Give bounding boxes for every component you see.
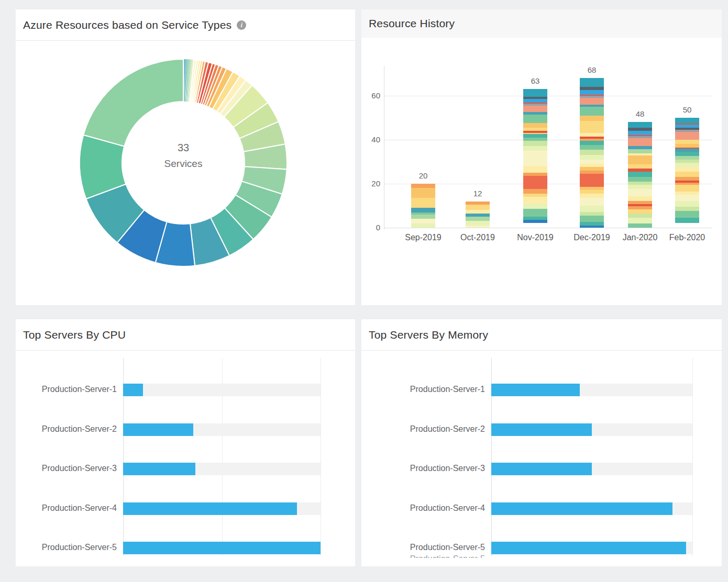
stack-segment[interactable]: [523, 123, 547, 127]
stack-segment[interactable]: [580, 198, 604, 206]
bar-Production-Server-5[interactable]: [123, 542, 321, 554]
bar-Production-Server-4[interactable]: [123, 502, 297, 515]
stack-segment[interactable]: [466, 221, 490, 225]
stack-segment[interactable]: [523, 115, 547, 124]
stack-segment[interactable]: [675, 163, 699, 167]
stack-segment[interactable]: [580, 145, 604, 149]
stack-segment[interactable]: [628, 223, 652, 228]
stack-segment[interactable]: [580, 216, 604, 222]
stack-segment[interactable]: [675, 201, 699, 207]
stack-segment[interactable]: [628, 189, 652, 196]
stack-segment[interactable]: [628, 214, 652, 218]
bar-Production-Server-1[interactable]: [491, 384, 580, 396]
stack-segment[interactable]: [675, 211, 699, 218]
stack-segment[interactable]: [628, 185, 652, 189]
panel-header: Resource History: [361, 9, 722, 38]
stack-segment[interactable]: [580, 121, 604, 133]
stack-segment[interactable]: [523, 106, 547, 113]
stack-segment[interactable]: [523, 220, 547, 223]
stacked-bar-Nov-2019[interactable]: [523, 89, 547, 228]
bar-Production-Server-2[interactable]: [123, 423, 193, 436]
bar-Production-Server-5[interactable]: [491, 542, 686, 554]
stack-segment[interactable]: [675, 207, 699, 211]
bar-Production-Server-3[interactable]: [123, 463, 195, 475]
stack-segment[interactable]: [628, 196, 652, 200]
stack-segment[interactable]: [580, 226, 604, 228]
stack-segment[interactable]: [628, 218, 652, 223]
panel-header: Top Servers By Memory: [361, 319, 722, 351]
stack-segment[interactable]: [466, 226, 490, 228]
stack-segment[interactable]: [580, 150, 604, 155]
stack-segment[interactable]: [411, 198, 435, 208]
stack-segment[interactable]: [628, 209, 652, 214]
bar-Production-Server-4[interactable]: [491, 502, 672, 515]
stack-segment[interactable]: [523, 204, 547, 209]
stack-segment[interactable]: [580, 141, 604, 145]
bar-track: [123, 384, 321, 396]
stacked-bar-Dec-2019[interactable]: [580, 78, 604, 228]
y-axis-tick: 40: [362, 135, 380, 144]
stack-segment[interactable]: [628, 149, 652, 153]
stack-segment[interactable]: [580, 206, 604, 212]
stack-segment[interactable]: [523, 151, 547, 166]
bar-Production-Server-2[interactable]: [491, 423, 592, 436]
stack-segment[interactable]: [523, 197, 547, 204]
stack-segment[interactable]: [628, 131, 652, 135]
server-label: Production-Server-5: [16, 542, 117, 554]
stack-segment[interactable]: [411, 184, 435, 188]
stack-segment[interactable]: [675, 172, 699, 177]
stack-segment[interactable]: [580, 78, 604, 87]
stack-segment[interactable]: [411, 215, 435, 219]
stack-segment[interactable]: [523, 141, 547, 147]
stacked-bar-Feb-2020[interactable]: [675, 118, 699, 228]
stack-segment[interactable]: [675, 218, 699, 223]
stacked-bar-Jan-2020[interactable]: [628, 122, 652, 228]
stack-segment[interactable]: [628, 177, 652, 181]
stack-segment[interactable]: [628, 164, 652, 169]
panel-header: Top Servers By CPU: [16, 319, 355, 351]
stack-segment[interactable]: [411, 223, 435, 228]
stack-segment[interactable]: [675, 185, 699, 192]
stack-segment[interactable]: [628, 122, 652, 127]
stack-segment[interactable]: [466, 205, 490, 210]
stack-segment[interactable]: [523, 89, 547, 97]
stacked-bar-Oct-2019[interactable]: [466, 202, 490, 228]
stack-segment[interactable]: [523, 176, 547, 189]
stack-segment[interactable]: [675, 195, 699, 202]
stack-segment[interactable]: [675, 118, 699, 124]
stacked-bar-Sep-2019[interactable]: [411, 184, 435, 228]
stack-segment[interactable]: [580, 116, 604, 121]
stack-segment[interactable]: [411, 188, 435, 198]
bar-total-label: 68: [576, 65, 608, 74]
stack-segment[interactable]: [580, 194, 604, 198]
stack-segment[interactable]: [628, 155, 652, 164]
gridline: [321, 358, 321, 556]
stack-segment[interactable]: [628, 138, 652, 146]
stack-segment[interactable]: [580, 174, 604, 187]
stack-segment[interactable]: [580, 160, 604, 164]
stack-segment[interactable]: [675, 167, 699, 171]
resource-history-chart: 020406020Sep-201912Oct-201963Nov-201968D…: [361, 38, 722, 305]
stack-segment[interactable]: [466, 217, 490, 221]
stack-segment[interactable]: [675, 132, 699, 140]
stack-segment[interactable]: [628, 172, 652, 177]
bar-Production-Server-1[interactable]: [123, 384, 143, 396]
stack-segment[interactable]: [580, 107, 604, 116]
donut-segment[interactable]: [83, 59, 183, 147]
bar-Production-Server-3[interactable]: [491, 463, 592, 475]
stack-segment[interactable]: [675, 140, 699, 144]
server-label: Production-Server-1: [361, 384, 485, 396]
stack-segment[interactable]: [523, 166, 547, 173]
stack-segment[interactable]: [580, 155, 604, 159]
gridline: [692, 358, 693, 556]
stack-segment[interactable]: [411, 208, 435, 212]
info-icon[interactable]: i: [237, 20, 246, 30]
stack-segment[interactable]: [580, 90, 604, 94]
stack-segment[interactable]: [523, 209, 547, 217]
stack-segment[interactable]: [675, 152, 699, 156]
stack-segment[interactable]: [580, 98, 604, 105]
stack-segment[interactable]: [523, 146, 547, 150]
stack-segment[interactable]: [523, 189, 547, 193]
stack-segment[interactable]: [411, 219, 435, 223]
x-axis-label: Jan-2020: [614, 233, 666, 242]
